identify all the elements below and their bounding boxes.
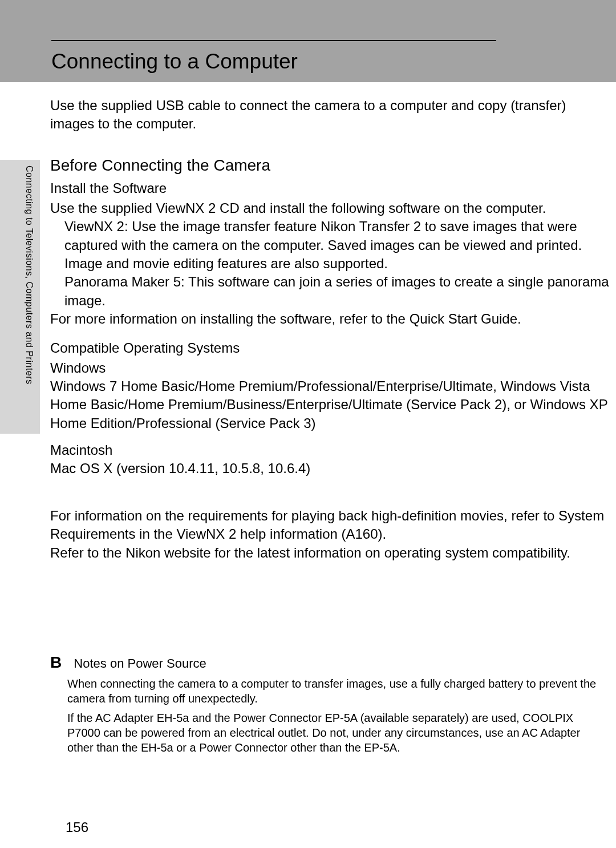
page-header: Connecting to a Computer	[0, 0, 616, 82]
install-software-block: Install the Software Use the supplied Vi…	[50, 180, 609, 329]
bullet-panorama: Panorama Maker 5: This software can join…	[64, 273, 609, 310]
windows-label: Windows	[50, 359, 609, 377]
install-intro: Use the supplied ViewNX 2 CD and install…	[50, 199, 609, 217]
install-more-info: For more information on installing the s…	[50, 310, 609, 328]
main-content: Use the supplied USB cable to connect th…	[50, 96, 609, 755]
windows-text: Windows 7 Home Basic/Home Premium/Profes…	[50, 377, 609, 433]
hd-info-block: For information on the requirements for …	[50, 507, 609, 562]
notes-line1: When connecting the camera to a computer…	[67, 676, 609, 706]
sidebar-label: Connecting to Televisions, Computers and…	[24, 165, 34, 385]
notes-section: B Notes on Power Source When connecting …	[50, 653, 609, 755]
note-icon: B	[50, 653, 62, 671]
notes-title-row: B Notes on Power Source	[50, 653, 609, 672]
intro-text: Use the supplied USB cable to connect th…	[50, 96, 609, 134]
page-title: Connecting to a Computer	[51, 40, 496, 74]
notes-line2: If the AC Adapter EH-5a and the Power Co…	[67, 710, 609, 755]
mac-text: Mac OS X (version 10.4.11, 10.5.8, 10.6.…	[50, 459, 609, 478]
notes-title-text: Notes on Power Source	[74, 656, 206, 671]
install-software-title: Install the Software	[50, 180, 609, 196]
nikon-site-text: Refer to the Nikon website for the lates…	[50, 544, 609, 562]
bullet-viewnx: ViewNX 2: Use the image transfer feature…	[64, 217, 609, 273]
compatible-os-block: Compatible Operating Systems Windows Win…	[50, 340, 609, 433]
section-before-connecting: Before Connecting the Camera	[50, 156, 609, 175]
mac-label: Macintosh	[50, 441, 609, 459]
page-number: 156	[66, 819, 88, 835]
hd-info-text: For information on the requirements for …	[50, 507, 609, 544]
mac-block: Macintosh Mac OS X (version 10.4.11, 10.…	[50, 441, 609, 478]
compat-os-title: Compatible Operating Systems	[50, 340, 609, 356]
